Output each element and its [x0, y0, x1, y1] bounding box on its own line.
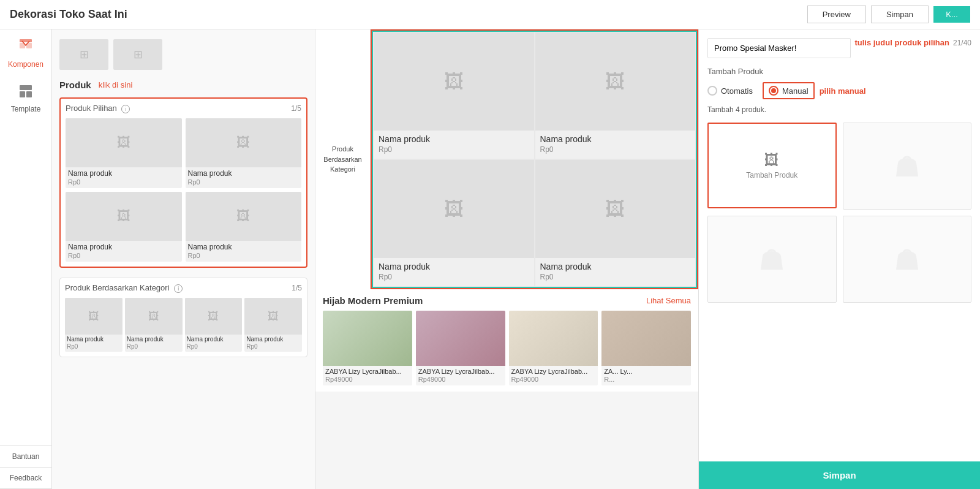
card2-item-img: 🖼 — [125, 298, 183, 335]
list-item: 🖼 Nama produk Rp0 — [125, 298, 183, 352]
card-item-price: Rp0 — [186, 178, 302, 188]
hijab-price: Rp49000 — [416, 376, 505, 385]
green-top-button[interactable]: K... — [933, 6, 970, 23]
hijab-img-3 — [509, 311, 598, 366]
tambah-produk-button[interactable]: 🖼 Tambah Produk — [707, 123, 837, 208]
card-item-img: 🖼 — [66, 192, 182, 241]
produk-pilihan-card[interactable]: Produk Pilihan i 1/5 🖼 Nama produk Rp0 🖼… — [59, 97, 307, 268]
card-header: Produk Pilihan i 1/5 — [66, 104, 301, 113]
right-panel: tulis judul produk pilihan 21/40 Tambah … — [698, 29, 980, 489]
produk-kategori-card[interactable]: Produk Berdasarkan Kategori i 1/5 🖼 Nama… — [59, 278, 307, 357]
title-annotation-row: tulis judul produk pilihan 21/40 — [854, 38, 971, 47]
card-count: 1/5 — [291, 104, 301, 113]
card-item-name: Nama produk — [186, 167, 302, 178]
title-annotation-label: tulis judul produk pilihan — [854, 38, 949, 47]
prod-price: Rp0 — [374, 145, 534, 159]
card-item-name: Nama produk — [186, 241, 302, 252]
radio-otomatis[interactable]: Otomatis — [707, 86, 753, 96]
simpan-bottom-button[interactable]: Simpan — [699, 461, 980, 489]
card2-item-img: 🖼 — [65, 298, 123, 335]
hijab-name: ZA... Ly... — [601, 366, 691, 376]
info-icon-2: i — [174, 284, 183, 293]
list-item: 🖼 Nama produk Rp0 — [186, 118, 302, 188]
hijab-img-2 — [416, 311, 505, 366]
radio-circle-otomatis — [707, 86, 717, 96]
list-item — [843, 123, 972, 210]
card-item-name: Nama produk — [66, 167, 182, 178]
preview-button[interactable]: Preview — [807, 6, 866, 23]
card2-item-name: Nama produk — [185, 335, 243, 343]
radio-manual-box[interactable]: Manual — [763, 82, 815, 99]
simpan-top-button[interactable]: Simpan — [871, 6, 929, 23]
prod-img: 🖼 — [374, 32, 534, 131]
manual-label: Manual — [782, 86, 809, 96]
promo-title-input[interactable] — [707, 38, 851, 58]
template-icon — [18, 83, 34, 102]
page-title: Dekorasi Toko Saat Ini — [10, 8, 127, 21]
prod-name: Nama produk — [535, 131, 696, 145]
card2-item-name: Nama produk — [244, 335, 302, 343]
manual-row: Manual pilih manual — [763, 82, 865, 99]
manual-annotation: pilih manual — [820, 86, 866, 96]
info-icon: i — [121, 105, 130, 113]
prod-price: Rp0 — [535, 273, 696, 286]
card2-header: Produk Berdasarkan Kategori i 1/5 — [65, 283, 302, 293]
feedback-button[interactable]: Feedback — [0, 468, 51, 489]
canvas: muncul ini ⟸ Produk Berdasarkan Kategori… — [315, 29, 698, 489]
tambah-produk-label: Tambah Produk — [707, 67, 971, 76]
list-item: 🖼 Nama produk Rp0 — [373, 32, 535, 159]
prod-price: Rp0 — [374, 273, 534, 286]
hijab-lihat-semua[interactable]: Lihat Semua — [646, 296, 691, 305]
hijab-name: ZABYA Lizy LycraJilbab... — [323, 366, 412, 376]
prod-name: Nama produk — [374, 258, 534, 273]
komponen-label: Komponen — [8, 60, 43, 69]
svg-rect-3 — [20, 85, 32, 90]
prod-img: 🖼 — [374, 160, 534, 258]
hijab-price: Rp49000 — [323, 376, 412, 385]
prod-price: Rp0 — [535, 145, 696, 159]
category-scroller[interactable]: Produk Berdasarkan Kategori — [315, 29, 371, 289]
list-item: 🖼 Nama produk Rp0 — [244, 298, 302, 352]
add-box-label: Tambah Produk — [746, 171, 797, 180]
main-produk-pilihan: 🖼 Nama produk Rp0 🖼 Nama produk Rp0 🖼 Na… — [371, 29, 698, 289]
hijab-name: ZABYA Lizy LycraJilbab... — [416, 366, 505, 376]
card-item-img: 🖼 — [66, 118, 182, 167]
main-produk-grid: 🖼 Nama produk Rp0 🖼 Nama produk Rp0 🖼 Na… — [372, 31, 697, 288]
shopee-placeholder-2 — [708, 216, 836, 302]
list-item: ZABYA Lizy LycraJilbab... Rp49000 — [323, 311, 412, 385]
list-item: 🖼 Nama produk Rp0 — [535, 32, 696, 159]
hijab-title: Hijab Modern Premium — [323, 295, 423, 306]
bantuan-button[interactable]: Bantuan — [0, 446, 51, 468]
panel-klik-link[interactable]: klik di sini — [99, 80, 133, 89]
card-item-name: Nama produk — [66, 241, 182, 252]
prod-img: 🖼 — [535, 160, 696, 258]
card2-item-img: 🖼 — [185, 298, 243, 335]
radio-row: Otomatis Manual pilih manual — [707, 82, 971, 99]
top-header: Dekorasi Toko Saat Ini Preview Simpan K.… — [0, 0, 980, 29]
right-panel-body: tulis judul produk pilihan 21/40 Tambah … — [699, 29, 980, 461]
sidebar-item-template[interactable]: Template — [11, 83, 41, 113]
svg-rect-5 — [26, 91, 32, 97]
thumb-1[interactable]: ⊞ — [59, 39, 108, 70]
card2-item-price: Rp0 — [125, 343, 183, 352]
list-item: 🖼 Nama produk Rp0 — [65, 298, 123, 352]
radio-circle-manual — [769, 86, 778, 96]
sidebar-item-komponen[interactable]: Komponen — [8, 37, 43, 69]
card-item-img: 🖼 — [186, 118, 302, 167]
list-item: ZABYA Lizy LycraJilbab... Rp49000 — [416, 311, 505, 385]
card-item-price: Rp0 — [186, 252, 302, 262]
canvas-main-section: muncul ini ⟸ Produk Berdasarkan Kategori… — [315, 29, 698, 289]
thumb-2[interactable]: ⊞ — [113, 39, 162, 70]
hijab-price: Rp49000 — [509, 376, 598, 385]
card-item-price: Rp0 — [66, 178, 182, 188]
sidebar-bottom: Bantuan Feedback — [0, 445, 51, 489]
header-actions: Preview Simpan K... — [807, 6, 970, 23]
title-input-wrapper — [707, 38, 851, 58]
title-annotations: tulis judul produk pilihan 21/40 — [854, 38, 971, 47]
card2-item-name: Nama produk — [65, 335, 123, 343]
left-sidebar: Komponen Template Bantuan Feedback — [0, 29, 52, 489]
svg-rect-4 — [20, 91, 25, 97]
komponen-icon — [17, 37, 34, 58]
right-prod-section: 🖼 Tambah Produk — [707, 123, 971, 303]
title-input-row: tulis judul produk pilihan 21/40 — [707, 38, 971, 58]
